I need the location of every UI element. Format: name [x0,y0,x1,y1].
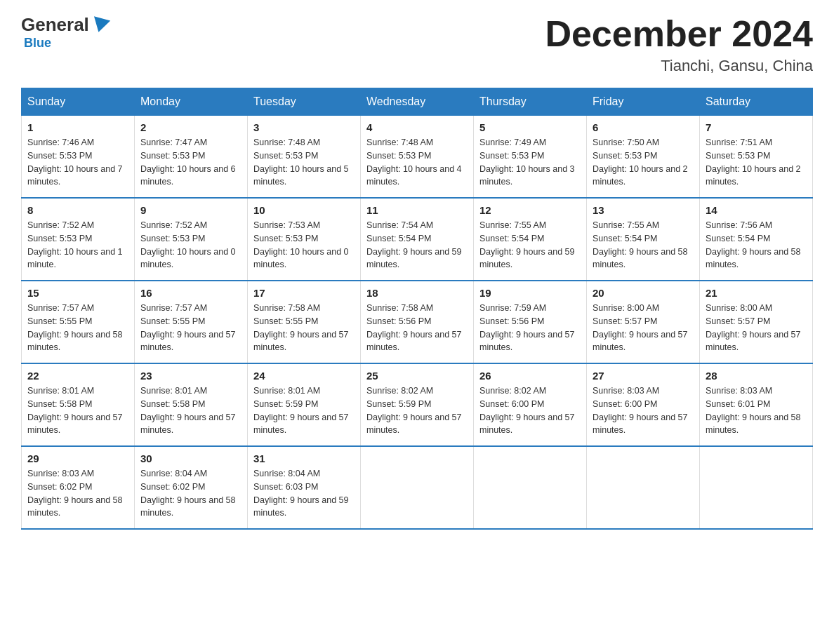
day-info: Sunrise: 8:04 AMSunset: 6:03 PMDaylight:… [253,467,355,520]
table-row: 27Sunrise: 8:03 AMSunset: 6:00 PMDayligh… [587,363,700,446]
table-row: 18Sunrise: 7:58 AMSunset: 5:56 PMDayligh… [361,281,474,363]
table-row: 24Sunrise: 8:01 AMSunset: 5:59 PMDayligh… [248,363,361,446]
day-info: Sunrise: 8:04 AMSunset: 6:02 PMDaylight:… [140,467,241,520]
day-info: Sunrise: 8:00 AMSunset: 5:57 PMDaylight:… [706,302,807,354]
table-row: 3Sunrise: 7:48 AMSunset: 5:53 PMDaylight… [248,116,361,199]
day-number: 27 [593,370,694,382]
table-row: 30Sunrise: 8:04 AMSunset: 6:02 PMDayligh… [135,446,248,529]
table-row: 19Sunrise: 7:59 AMSunset: 5:56 PMDayligh… [474,281,587,363]
day-info: Sunrise: 7:58 AMSunset: 5:55 PMDaylight:… [253,302,355,354]
day-info: Sunrise: 7:56 AMSunset: 5:54 PMDaylight:… [706,219,807,271]
day-number: 30 [140,452,241,464]
col-sunday: Sunday [22,88,135,116]
col-monday: Monday [135,88,248,116]
day-number: 22 [27,370,128,382]
day-info: Sunrise: 7:48 AMSunset: 5:53 PMDaylight:… [253,136,355,189]
col-friday: Friday [587,88,700,116]
day-info: Sunrise: 8:02 AMSunset: 5:59 PMDaylight:… [366,384,468,437]
day-number: 19 [479,287,581,299]
day-number: 16 [140,287,241,299]
day-info: Sunrise: 7:47 AMSunset: 5:53 PMDaylight:… [140,136,241,189]
table-row: 23Sunrise: 8:01 AMSunset: 5:58 PMDayligh… [135,363,248,446]
col-thursday: Thursday [474,88,587,116]
day-info: Sunrise: 7:52 AMSunset: 5:53 PMDaylight:… [140,219,241,271]
logo-general: General [21,14,89,36]
calendar-week-row: 29Sunrise: 8:03 AMSunset: 6:02 PMDayligh… [22,446,813,529]
day-number: 18 [366,287,468,299]
table-row: 11Sunrise: 7:54 AMSunset: 5:54 PMDayligh… [361,198,474,281]
table-row: 12Sunrise: 7:55 AMSunset: 5:54 PMDayligh… [474,198,587,281]
day-number: 24 [253,370,355,382]
day-info: Sunrise: 7:55 AMSunset: 5:54 PMDaylight:… [479,219,581,271]
table-row: 15Sunrise: 7:57 AMSunset: 5:55 PMDayligh… [22,281,135,363]
table-row: 31Sunrise: 8:04 AMSunset: 6:03 PMDayligh… [248,446,361,529]
day-info: Sunrise: 7:49 AMSunset: 5:53 PMDaylight:… [479,136,581,189]
day-info: Sunrise: 7:50 AMSunset: 5:53 PMDaylight:… [593,136,694,189]
table-row [474,446,587,529]
day-number: 13 [593,204,694,216]
table-row: 1Sunrise: 7:46 AMSunset: 5:53 PMDaylight… [22,116,135,199]
day-number: 5 [479,121,581,133]
day-info: Sunrise: 7:53 AMSunset: 5:53 PMDaylight:… [253,219,355,271]
table-row: 6Sunrise: 7:50 AMSunset: 5:53 PMDaylight… [587,116,700,199]
day-info: Sunrise: 8:01 AMSunset: 5:58 PMDaylight:… [27,384,128,437]
day-number: 2 [140,121,241,133]
calendar-week-row: 15Sunrise: 7:57 AMSunset: 5:55 PMDayligh… [22,281,813,363]
calendar-week-row: 22Sunrise: 8:01 AMSunset: 5:58 PMDayligh… [22,363,813,446]
calendar-week-row: 1Sunrise: 7:46 AMSunset: 5:53 PMDaylight… [22,116,813,199]
logo: General Blue [21,14,112,51]
calendar-header-row: Sunday Monday Tuesday Wednesday Thursday… [22,88,813,116]
table-row: 2Sunrise: 7:47 AMSunset: 5:53 PMDaylight… [135,116,248,199]
table-row: 16Sunrise: 7:57 AMSunset: 5:55 PMDayligh… [135,281,248,363]
table-row: 28Sunrise: 8:03 AMSunset: 6:01 PMDayligh… [700,363,813,446]
day-info: Sunrise: 7:55 AMSunset: 5:54 PMDaylight:… [593,219,694,271]
table-row [587,446,700,529]
table-row: 8Sunrise: 7:52 AMSunset: 5:53 PMDaylight… [22,198,135,281]
table-row: 22Sunrise: 8:01 AMSunset: 5:58 PMDayligh… [22,363,135,446]
day-info: Sunrise: 7:54 AMSunset: 5:54 PMDaylight:… [366,219,468,271]
calendar-week-row: 8Sunrise: 7:52 AMSunset: 5:53 PMDaylight… [22,198,813,281]
day-number: 4 [366,121,468,133]
col-tuesday: Tuesday [248,88,361,116]
day-number: 29 [27,452,128,464]
day-number: 1 [27,121,128,133]
day-info: Sunrise: 8:03 AMSunset: 6:01 PMDaylight:… [706,384,807,437]
location-title: Tianchi, Gansu, China [545,57,813,75]
day-number: 23 [140,370,241,382]
table-row: 29Sunrise: 8:03 AMSunset: 6:02 PMDayligh… [22,446,135,529]
table-row: 10Sunrise: 7:53 AMSunset: 5:53 PMDayligh… [248,198,361,281]
table-row: 7Sunrise: 7:51 AMSunset: 5:53 PMDaylight… [700,116,813,199]
table-row: 4Sunrise: 7:48 AMSunset: 5:53 PMDaylight… [361,116,474,199]
table-row: 5Sunrise: 7:49 AMSunset: 5:53 PMDaylight… [474,116,587,199]
day-number: 6 [593,121,694,133]
day-info: Sunrise: 8:00 AMSunset: 5:57 PMDaylight:… [593,302,694,354]
day-info: Sunrise: 7:48 AMSunset: 5:53 PMDaylight:… [366,136,468,189]
day-info: Sunrise: 7:57 AMSunset: 5:55 PMDaylight:… [140,302,241,354]
day-info: Sunrise: 8:01 AMSunset: 5:58 PMDaylight:… [140,384,241,437]
day-number: 10 [253,204,355,216]
day-number: 7 [706,121,807,133]
table-row [361,446,474,529]
day-number: 20 [593,287,694,299]
day-number: 8 [27,204,128,216]
day-info: Sunrise: 7:51 AMSunset: 5:53 PMDaylight:… [706,136,807,189]
day-info: Sunrise: 7:57 AMSunset: 5:55 PMDaylight:… [27,302,128,354]
calendar-title: December 2024 [545,14,813,54]
day-number: 28 [706,370,807,382]
day-number: 15 [27,287,128,299]
table-row: 26Sunrise: 8:02 AMSunset: 6:00 PMDayligh… [474,363,587,446]
table-row: 21Sunrise: 8:00 AMSunset: 5:57 PMDayligh… [700,281,813,363]
day-number: 14 [706,204,807,216]
title-section: December 2024 Tianchi, Gansu, China [545,14,813,75]
logo-triangle-icon [91,16,110,34]
day-number: 25 [366,370,468,382]
table-row: 13Sunrise: 7:55 AMSunset: 5:54 PMDayligh… [587,198,700,281]
day-number: 26 [479,370,581,382]
day-number: 12 [479,204,581,216]
col-wednesday: Wednesday [361,88,474,116]
page-header: General Blue December 2024 Tianchi, Gans… [21,14,813,75]
table-row: 14Sunrise: 7:56 AMSunset: 5:54 PMDayligh… [700,198,813,281]
day-info: Sunrise: 7:46 AMSunset: 5:53 PMDaylight:… [27,136,128,189]
logo-text: General [21,14,112,36]
col-saturday: Saturday [700,88,813,116]
